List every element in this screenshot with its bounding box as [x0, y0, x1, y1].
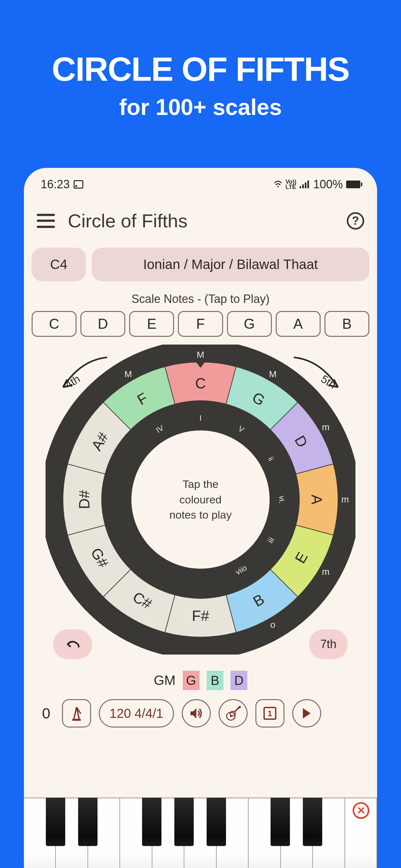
notes-row: C D E F G A B — [24, 306, 377, 337]
hero-title: CIRCLE OF FIFTHS — [0, 50, 401, 89]
help-icon[interactable]: ? — [347, 212, 364, 229]
svg-text:1: 1 — [268, 709, 272, 718]
svg-point-11 — [230, 715, 232, 717]
page-title: Circle of Fifths — [68, 210, 334, 231]
chord-tone: D — [230, 671, 247, 690]
metronome-button[interactable] — [62, 699, 91, 727]
wheel-note-label[interactable]: A — [308, 495, 326, 505]
wifi-icon — [274, 181, 282, 188]
volte-icon: Vo))LTE — [285, 179, 297, 190]
wheel-quality-label: m — [341, 494, 349, 505]
metronome-icon — [69, 705, 84, 721]
status-right: Vo))LTE 100% — [274, 178, 360, 191]
wheel-note-label[interactable]: D# — [75, 490, 93, 509]
chord-name: GM — [154, 673, 176, 688]
chord-display: GM G B D — [24, 671, 377, 690]
chip-row: C4 Ionian / Major / Bilawal Thaat — [24, 241, 377, 281]
instrument-button[interactable] — [219, 699, 248, 727]
chord-tone: G — [183, 671, 199, 690]
chord-tone: B — [207, 671, 223, 690]
status-time: 16:23 — [41, 178, 70, 191]
volume-icon — [189, 707, 204, 720]
play-icon — [302, 708, 312, 719]
picture-icon — [73, 180, 83, 189]
battery-percent: 100% — [313, 178, 343, 191]
svg-rect-1 — [302, 184, 304, 188]
beat-count: 0 — [38, 705, 54, 722]
wheel-roman-label: I — [199, 414, 202, 423]
svg-rect-3 — [307, 181, 309, 188]
scale-notes-label: Scale Notes - (Tap to Play) — [24, 292, 377, 306]
volume-button[interactable] — [182, 699, 211, 727]
note-button[interactable]: F — [178, 311, 223, 337]
note-button[interactable]: B — [325, 311, 369, 337]
wheel-note-label[interactable]: F# — [192, 607, 209, 624]
wheel-quality-label: M — [269, 369, 276, 379]
note-button[interactable]: C — [32, 311, 76, 337]
key-chip[interactable]: C4 — [32, 248, 86, 281]
black-key[interactable] — [271, 798, 290, 846]
note-button[interactable]: D — [81, 311, 125, 337]
black-key[interactable] — [142, 798, 161, 846]
note-button[interactable]: E — [129, 311, 174, 337]
control-row: 0 120 4/4/1 — [24, 690, 377, 727]
wheel-note-label[interactable]: C — [195, 375, 206, 392]
black-key[interactable] — [303, 798, 322, 846]
hero-subtitle: for 100+ scales — [0, 94, 401, 120]
svg-rect-0 — [300, 186, 301, 188]
app-header: Circle of Fifths ? — [24, 197, 377, 241]
wheel-quality-label: o — [270, 620, 275, 630]
undo-icon — [65, 639, 81, 650]
wheel-quality-label: M — [124, 369, 132, 379]
black-key[interactable] — [78, 798, 97, 846]
wheel-quality-label: m — [322, 567, 329, 577]
undo-button[interactable] — [53, 629, 92, 659]
scale-chip[interactable]: Ionian / Major / Bilawal Thaat — [92, 248, 369, 281]
menu-icon[interactable] — [37, 214, 55, 228]
play-button[interactable] — [292, 699, 321, 727]
bpm-button[interactable]: 120 4/4/1 — [99, 699, 174, 727]
wheel-quality-label: M — [197, 350, 204, 360]
note-button[interactable]: G — [227, 311, 272, 337]
signal-icon — [300, 181, 310, 188]
guitar-icon — [225, 705, 241, 721]
note-button[interactable]: A — [276, 311, 320, 337]
close-piano-button[interactable]: ✕ — [352, 802, 369, 819]
svg-rect-2 — [305, 182, 306, 188]
svg-rect-8 — [72, 719, 81, 721]
wheel-center-text: Tap the coloured notes to play — [152, 476, 249, 523]
battery-icon — [346, 181, 360, 188]
page-one-button[interactable]: 1 — [255, 699, 284, 727]
piano-keyboard[interactable]: ✕ — [24, 798, 377, 868]
circle-of-fifths-wheel: 4th 5th MCIMGVmDiimAvi.mEiiioBviioF#C#G#… — [45, 345, 356, 655]
status-left: 16:23 — [41, 178, 83, 191]
page-one-icon: 1 — [263, 706, 277, 720]
black-key[interactable] — [174, 798, 194, 846]
svg-line-12 — [234, 707, 239, 712]
black-key[interactable] — [46, 798, 65, 846]
status-bar: 16:23 Vo))LTE 100% — [24, 168, 377, 197]
seventh-button[interactable]: 7th — [309, 629, 348, 659]
wheel-roman-label: vi. — [277, 496, 286, 503]
black-key[interactable] — [207, 798, 226, 846]
wheel-quality-label: m — [322, 422, 329, 432]
device-frame: 16:23 Vo))LTE 100% Circle of Fifths ? C4… — [24, 168, 377, 868]
